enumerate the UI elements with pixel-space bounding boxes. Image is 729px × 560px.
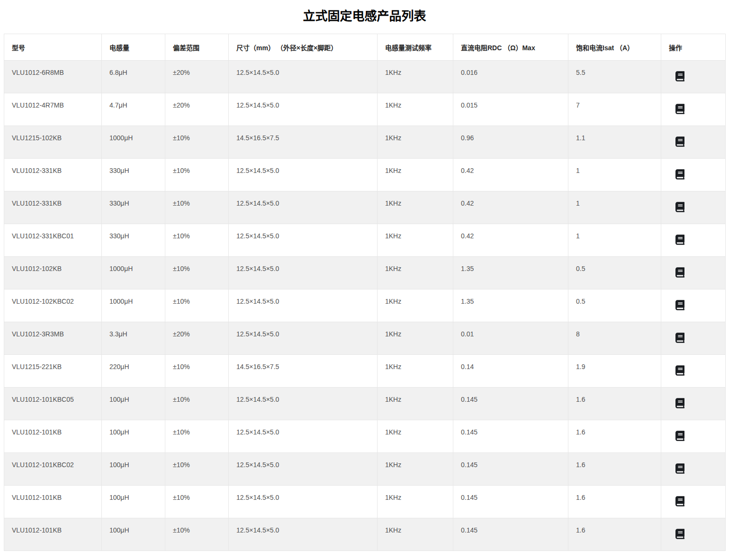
datasheet-button[interactable] — [675, 529, 684, 539]
datasheet-button[interactable] — [675, 169, 684, 180]
table-row: VLU1012-101KBC02 100μH ±10% 12.5×14.5×5.… — [4, 453, 726, 486]
cell-isat: 1.6 — [568, 518, 661, 551]
cell-tolerance: ±10% — [165, 518, 229, 551]
cell-action — [661, 257, 726, 289]
book-icon — [675, 136, 684, 147]
cell-size: 14.5×16.5×7.5 — [229, 355, 378, 388]
book-icon — [675, 169, 684, 180]
cell-tolerance: ±10% — [165, 453, 229, 486]
datasheet-button[interactable] — [675, 202, 684, 212]
cell-test-frequency: 1KHz — [378, 93, 453, 126]
book-icon — [675, 104, 684, 114]
cell-rdc: 0.42 — [453, 159, 568, 191]
cell-model: VLU1012-101KBC05 — [4, 388, 102, 420]
cell-rdc: 0.96 — [453, 126, 568, 159]
cell-model: VLU1215-221KB — [4, 355, 102, 388]
cell-rdc: 0.145 — [453, 453, 568, 486]
cell-isat: 1.6 — [568, 420, 661, 453]
datasheet-button[interactable] — [675, 431, 684, 441]
cell-rdc: 0.016 — [453, 61, 568, 93]
cell-isat: 1.9 — [568, 355, 661, 388]
datasheet-button[interactable] — [675, 267, 684, 278]
cell-test-frequency: 1KHz — [378, 289, 453, 322]
cell-size: 12.5×14.5×5.0 — [229, 61, 378, 93]
page: 立式固定电感产品列表 型号 电感量 偏差范围 尺寸（mm） （外径×长度×脚距）… — [0, 0, 729, 551]
column-header-test-frequency: 电感量测试频率 — [378, 34, 453, 61]
table-row: VLU1012-331KB 330μH ±10% 12.5×14.5×5.0 1… — [4, 191, 726, 224]
cell-rdc: 0.14 — [453, 355, 568, 388]
cell-size: 12.5×14.5×5.0 — [229, 453, 378, 486]
cell-test-frequency: 1KHz — [378, 191, 453, 224]
datasheet-button[interactable] — [675, 398, 684, 408]
cell-rdc: 0.145 — [453, 388, 568, 420]
cell-test-frequency: 1KHz — [378, 159, 453, 191]
cell-inductance: 1000μH — [102, 126, 165, 159]
cell-test-frequency: 1KHz — [378, 126, 453, 159]
cell-inductance: 330μH — [102, 159, 165, 191]
cell-model: VLU1215-102KB — [4, 126, 102, 159]
cell-size: 12.5×14.5×5.0 — [229, 224, 378, 257]
cell-size: 12.5×14.5×5.0 — [229, 257, 378, 289]
table-row: VLU1012-102KBC02 1000μH ±10% 12.5×14.5×5… — [4, 289, 726, 322]
datasheet-button[interactable] — [675, 136, 684, 147]
cell-tolerance: ±10% — [165, 289, 229, 322]
cell-model: VLU1012-331KB — [4, 159, 102, 191]
cell-inductance: 100μH — [102, 453, 165, 486]
datasheet-button[interactable] — [675, 235, 684, 245]
cell-model: VLU1012-101KB — [4, 420, 102, 453]
column-header-model: 型号 — [4, 34, 102, 61]
cell-inductance: 6.8μH — [102, 61, 165, 93]
book-icon — [675, 496, 684, 506]
book-icon — [675, 431, 684, 441]
cell-test-frequency: 1KHz — [378, 388, 453, 420]
datasheet-button[interactable] — [675, 496, 684, 506]
cell-rdc: 0.015 — [453, 93, 568, 126]
book-icon — [675, 267, 684, 278]
cell-action — [661, 61, 726, 93]
cell-model: VLU1012-331KBC01 — [4, 224, 102, 257]
cell-test-frequency: 1KHz — [378, 453, 453, 486]
cell-tolerance: ±10% — [165, 486, 229, 518]
table-row: VLU1215-221KB 220μH ±10% 14.5×16.5×7.5 1… — [4, 355, 726, 388]
cell-model: VLU1012-102KB — [4, 257, 102, 289]
datasheet-button[interactable] — [675, 300, 684, 310]
cell-inductance: 100μH — [102, 420, 165, 453]
cell-tolerance: ±10% — [165, 126, 229, 159]
cell-isat: 1.6 — [568, 453, 661, 486]
cell-tolerance: ±20% — [165, 322, 229, 355]
datasheet-button[interactable] — [675, 71, 684, 81]
cell-isat: 7 — [568, 93, 661, 126]
datasheet-button[interactable] — [675, 104, 684, 114]
product-table: 型号 电感量 偏差范围 尺寸（mm） （外径×长度×脚距） 电感量测试频率 直流… — [4, 34, 726, 551]
book-icon — [675, 365, 684, 376]
cell-tolerance: ±20% — [165, 93, 229, 126]
book-icon — [675, 333, 684, 343]
cell-isat: 1.6 — [568, 486, 661, 518]
cell-test-frequency: 1KHz — [378, 355, 453, 388]
cell-inductance: 100μH — [102, 518, 165, 551]
datasheet-button[interactable] — [675, 365, 684, 376]
column-header-inductance: 电感量 — [102, 34, 165, 61]
datasheet-button[interactable] — [675, 333, 684, 343]
cell-rdc: 0.01 — [453, 322, 568, 355]
datasheet-button[interactable] — [675, 463, 684, 474]
table-header-row: 型号 电感量 偏差范围 尺寸（mm） （外径×长度×脚距） 电感量测试频率 直流… — [4, 34, 726, 61]
cell-tolerance: ±10% — [165, 420, 229, 453]
cell-rdc: 1.35 — [453, 289, 568, 322]
cell-action — [661, 453, 726, 486]
cell-action — [661, 355, 726, 388]
cell-action — [661, 126, 726, 159]
cell-tolerance: ±10% — [165, 388, 229, 420]
column-header-rdc: 直流电阻RDC （Ω）Max — [453, 34, 568, 61]
table-row: VLU1215-102KB 1000μH ±10% 14.5×16.5×7.5 … — [4, 126, 726, 159]
cell-isat: 0.5 — [568, 289, 661, 322]
book-icon — [675, 529, 684, 539]
cell-size: 14.5×16.5×7.5 — [229, 126, 378, 159]
cell-size: 12.5×14.5×5.0 — [229, 388, 378, 420]
cell-action — [661, 93, 726, 126]
cell-inductance: 100μH — [102, 388, 165, 420]
cell-isat: 1.6 — [568, 388, 661, 420]
book-icon — [675, 463, 684, 474]
cell-action — [661, 420, 726, 453]
cell-size: 12.5×14.5×5.0 — [229, 289, 378, 322]
